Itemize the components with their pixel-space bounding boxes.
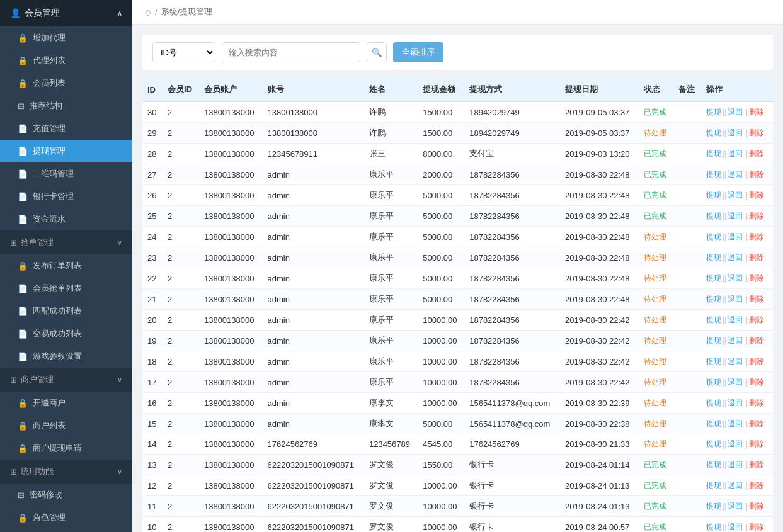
action-sep-1: ||: [723, 128, 726, 137]
action-withdraw[interactable]: 提现: [706, 273, 721, 284]
action-refund[interactable]: 退回: [728, 149, 743, 159]
action-withdraw[interactable]: 提现: [706, 315, 721, 325]
action-refund[interactable]: 退回: [728, 190, 743, 201]
sidebar-item-open-merchant[interactable]: 🔒 开通商户: [0, 392, 132, 414]
cell-date: 2019-08-30 21:33: [560, 434, 639, 455]
action-refund[interactable]: 退回: [728, 107, 743, 118]
action-withdraw[interactable]: 提现: [706, 128, 721, 139]
sidebar-item-member-order[interactable]: 📄 会员抢单列表: [0, 277, 132, 300]
action-withdraw[interactable]: 提现: [706, 522, 721, 533]
action-refund[interactable]: 退回: [728, 315, 743, 325]
action-refund[interactable]: 退回: [728, 501, 743, 512]
action-refund[interactable]: 退回: [728, 232, 743, 242]
action-refund[interactable]: 退回: [728, 252, 743, 263]
action-delete[interactable]: 删除: [749, 398, 764, 409]
action-withdraw[interactable]: 提现: [706, 294, 721, 305]
action-delete[interactable]: 删除: [749, 336, 764, 346]
action-refund[interactable]: 退回: [728, 377, 743, 388]
sidebar-item-merchant-list[interactable]: 🔒 商户列表: [0, 414, 132, 437]
role-label: 角色管理: [33, 512, 66, 523]
sidebar-item-referral-structure[interactable]: ⊞ 推荐结构: [0, 94, 132, 117]
sidebar-item-add-agent[interactable]: 🔒 增加代理: [0, 26, 132, 49]
action-refund[interactable]: 退回: [728, 211, 743, 222]
search-button[interactable]: 🔍: [367, 42, 387, 62]
action-refund[interactable]: 退回: [728, 356, 743, 367]
sidebar-item-game-param[interactable]: 📄 游戏参数设置: [0, 345, 132, 368]
sidebar-item-fund-flow[interactable]: 📄 资金流水: [0, 208, 132, 230]
action-refund[interactable]: 退回: [728, 522, 743, 533]
sidebar-item-publish-order[interactable]: 🔒 发布订单列表: [0, 254, 132, 277]
action-withdraw[interactable]: 提现: [706, 377, 721, 388]
action-withdraw[interactable]: 提现: [706, 149, 721, 159]
action-delete[interactable]: 删除: [749, 460, 764, 470]
action-delete[interactable]: 删除: [749, 439, 764, 450]
action-delete[interactable]: 删除: [749, 149, 764, 159]
sidebar-item-qrcode[interactable]: 📄 二维码管理: [0, 162, 132, 185]
action-delete[interactable]: 删除: [749, 501, 764, 512]
cell-actions: 提现 || 退回 || 删除: [701, 455, 773, 475]
action-withdraw[interactable]: 提现: [706, 252, 721, 263]
sidebar-section-system[interactable]: ⊞ 统用功能 ∨: [0, 460, 132, 484]
action-delete[interactable]: 删除: [749, 211, 764, 222]
sidebar-section-merchant[interactable]: ⊞ 商户管理 ∨: [0, 368, 132, 392]
cell-status: 待处理: [639, 434, 673, 455]
action-refund[interactable]: 退回: [728, 169, 743, 180]
sidebar-section-member[interactable]: 👤 会员管理 ∧: [0, 0, 132, 26]
sidebar-item-role[interactable]: 🔒 角色管理: [0, 506, 132, 529]
action-delete[interactable]: 删除: [749, 128, 764, 139]
action-withdraw[interactable]: 提现: [706, 398, 721, 409]
sidebar-item-member-list[interactable]: 🔒 会员列表: [0, 72, 132, 94]
action-delete[interactable]: 删除: [749, 377, 764, 388]
sidebar-section-order[interactable]: ⊞ 抢单管理 ∨: [0, 230, 132, 254]
sidebar-item-admin[interactable]: ⚙ 管理员管理: [0, 529, 132, 532]
sidebar-item-trade-success[interactable]: 📄 交易成功列表: [0, 322, 132, 345]
sidebar-item-merchant-withdrawal[interactable]: 🔒 商户提现申请: [0, 437, 132, 460]
action-withdraw[interactable]: 提现: [706, 501, 721, 512]
sidebar-item-withdrawal[interactable]: 📄 提现管理: [0, 140, 132, 162]
action-refund[interactable]: 退回: [728, 398, 743, 409]
sidebar-item-recharge[interactable]: 📄 充值管理: [0, 117, 132, 140]
action-withdraw[interactable]: 提现: [706, 480, 721, 491]
action-withdraw[interactable]: 提现: [706, 356, 721, 367]
action-refund[interactable]: 退回: [728, 419, 743, 429]
action-withdraw[interactable]: 提现: [706, 336, 721, 346]
action-refund[interactable]: 退回: [728, 128, 743, 139]
search-input[interactable]: [222, 42, 360, 62]
cell-method: 18782284356: [464, 164, 560, 185]
sidebar-item-bank-card[interactable]: 📄 银行卡管理: [0, 185, 132, 208]
action-delete[interactable]: 删除: [749, 315, 764, 325]
search-type-select[interactable]: ID号: [152, 42, 215, 62]
action-refund[interactable]: 退回: [728, 439, 743, 450]
action-refund[interactable]: 退回: [728, 336, 743, 346]
action-delete[interactable]: 删除: [749, 107, 764, 118]
action-delete[interactable]: 删除: [749, 419, 764, 429]
action-withdraw[interactable]: 提现: [706, 439, 721, 450]
action-withdraw[interactable]: 提现: [706, 190, 721, 201]
sidebar-item-match-success[interactable]: 📄 匹配成功列表: [0, 300, 132, 322]
sidebar-item-agent-list[interactable]: 🔒 代理列表: [0, 49, 132, 72]
sidebar-item-password[interactable]: ⊞ 密码修改: [0, 484, 132, 506]
action-refund[interactable]: 退回: [728, 294, 743, 305]
action-withdraw[interactable]: 提现: [706, 232, 721, 242]
cell-id: 20: [142, 310, 163, 331]
action-delete[interactable]: 删除: [749, 522, 764, 533]
action-withdraw[interactable]: 提现: [706, 107, 721, 118]
action-withdraw[interactable]: 提现: [706, 211, 721, 222]
action-refund[interactable]: 退回: [728, 273, 743, 284]
action-refund[interactable]: 退回: [728, 480, 743, 491]
action-delete[interactable]: 删除: [749, 294, 764, 305]
action-delete[interactable]: 删除: [749, 480, 764, 491]
action-delete[interactable]: 删除: [749, 232, 764, 242]
sort-button[interactable]: 全额排序: [393, 42, 443, 62]
action-delete[interactable]: 删除: [749, 273, 764, 284]
action-withdraw[interactable]: 提现: [706, 460, 721, 470]
action-withdraw[interactable]: 提现: [706, 169, 721, 180]
action-delete[interactable]: 删除: [749, 356, 764, 367]
action-delete[interactable]: 删除: [749, 190, 764, 201]
cell-id: 19: [142, 331, 163, 351]
action-delete[interactable]: 删除: [749, 169, 764, 180]
cell-id: 10: [142, 517, 163, 533]
action-delete[interactable]: 删除: [749, 252, 764, 263]
action-refund[interactable]: 退回: [728, 460, 743, 470]
action-withdraw[interactable]: 提现: [706, 419, 721, 429]
